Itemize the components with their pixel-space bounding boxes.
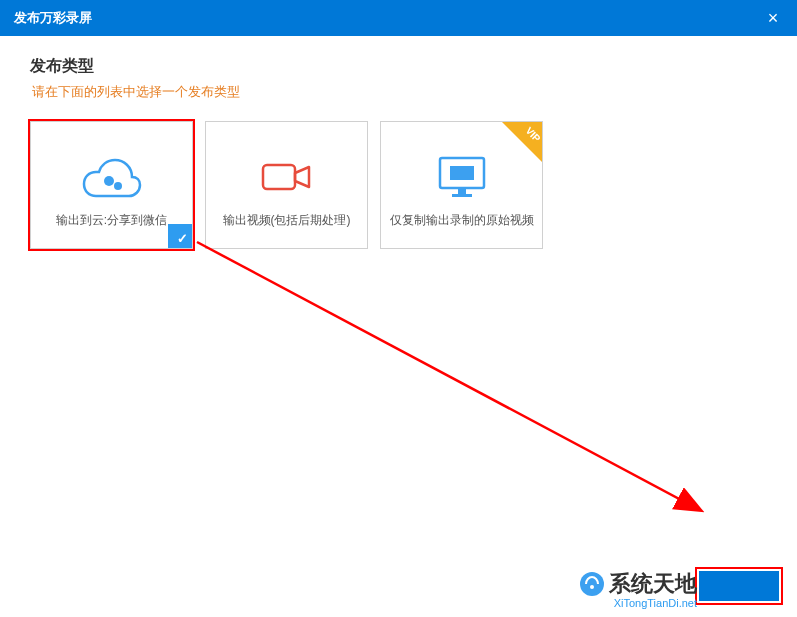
option-label: 输出到云:分享到微信 <box>48 212 175 229</box>
section-title: 发布类型 <box>30 56 767 77</box>
svg-rect-5 <box>458 188 466 194</box>
cloud-icon <box>77 142 147 212</box>
options-row: 输出到云:分享到微信 输出视频(包括后期处理) VIP <box>30 121 767 249</box>
watermark: 系统天地 XiTongTianDi.net <box>579 569 697 609</box>
monitor-icon <box>434 142 490 212</box>
watermark-main: 系统天地 <box>579 569 697 599</box>
svg-line-8 <box>197 242 700 510</box>
svg-rect-6 <box>452 194 472 197</box>
svg-rect-4 <box>450 166 474 180</box>
section-subtitle: 请在下面的列表中选择一个发布类型 <box>32 83 767 101</box>
svg-point-0 <box>104 176 114 186</box>
annotation-arrow <box>195 240 735 530</box>
svg-point-10 <box>590 585 594 589</box>
svg-point-9 <box>580 572 604 596</box>
watermark-sub: XiTongTianDi.net <box>579 597 697 609</box>
content-area: 发布类型 请在下面的列表中选择一个发布类型 输出到云:分享到微信 <box>0 36 797 269</box>
window-title: 发布万彩录屏 <box>14 9 92 27</box>
next-button-highlight <box>697 569 781 603</box>
title-bar: 发布万彩录屏 × <box>0 0 797 36</box>
option-label: 输出视频(包括后期处理) <box>215 212 359 229</box>
option-cloud-share[interactable]: 输出到云:分享到微信 <box>30 121 193 249</box>
option-label: 仅复制输出录制的原始视频 <box>382 212 542 229</box>
watermark-logo-icon <box>579 571 605 597</box>
close-button[interactable]: × <box>763 8 783 29</box>
option-copy-original[interactable]: VIP 仅复制输出录制的原始视频 <box>380 121 543 249</box>
option-output-video[interactable]: 输出视频(包括后期处理) <box>205 121 368 249</box>
video-camera-icon <box>257 142 317 212</box>
svg-rect-2 <box>263 165 295 189</box>
svg-point-1 <box>114 182 122 190</box>
next-button[interactable] <box>699 571 779 601</box>
